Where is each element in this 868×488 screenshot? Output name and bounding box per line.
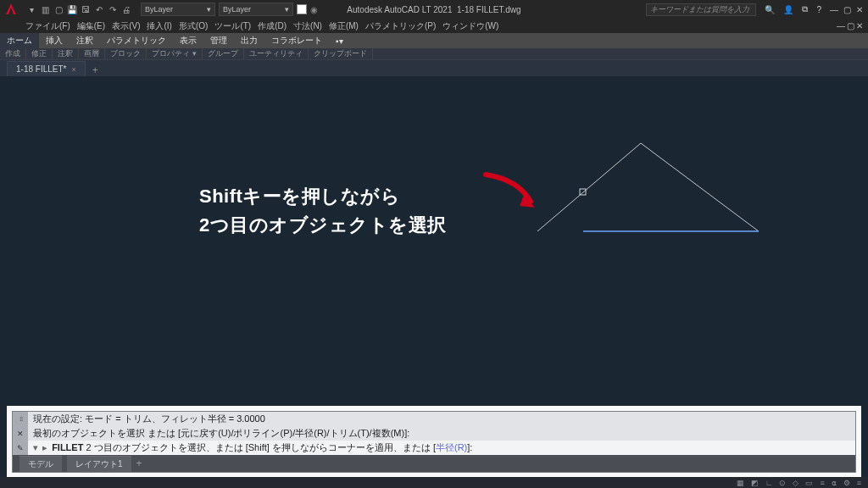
status-polar-icon[interactable]: ⊙ — [779, 479, 786, 487]
tab-home[interactable]: ホーム — [0, 33, 39, 48]
panel-groups[interactable]: グループ — [208, 48, 244, 59]
panel-modify[interactable]: 修正 — [31, 48, 53, 59]
panel-clipboard[interactable]: クリップボード — [314, 48, 373, 59]
panel-properties[interactable]: プロパティ ▾ — [152, 48, 203, 59]
doc-minimize-icon[interactable]: — — [837, 21, 845, 30]
menu-format[interactable]: 形式(O) — [179, 20, 208, 32]
menu-window[interactable]: ウィンドウ(W) — [442, 20, 498, 32]
menu-file[interactable]: ファイル(F) — [25, 20, 70, 32]
layer-control: ByLayer ▾ ByLayer ▾ ◉ — [141, 3, 318, 16]
filetab-name: 1-18 FILLET* — [16, 64, 66, 74]
color-wheel-icon[interactable]: ◉ — [310, 5, 318, 14]
share-icon[interactable]: ⧉ — [802, 4, 808, 14]
filetabs: 1-18 FILLET* × + — [0, 60, 868, 76]
minimize-icon[interactable]: — — [830, 5, 838, 14]
app-logo[interactable] — [0, 0, 22, 19]
tab-insert[interactable]: 挿入 — [39, 33, 70, 48]
tab-view[interactable]: 表示 — [173, 33, 203, 48]
tab-output[interactable]: 出力 — [234, 33, 264, 48]
command-history-line: 現在の設定: モード = トリム、フィレット半径 = 3.0000 — [28, 412, 855, 426]
command-prompt-end: ]: — [467, 442, 472, 452]
redo-icon[interactable]: ↷ — [107, 3, 119, 15]
panel-layers[interactable]: 画層 — [84, 48, 105, 59]
tab-parametric[interactable]: パラメトリック — [100, 33, 173, 48]
search-icon[interactable]: 🔍 — [765, 5, 775, 14]
tab-layout1[interactable]: レイアウト1 — [67, 456, 131, 472]
new-icon[interactable]: ▥ — [39, 3, 51, 15]
status-menu-icon[interactable]: ≡ — [857, 479, 861, 487]
status-bar: ▦ ◩ ∟ ⊙ ◇ ▭ ≡ ⍺ ⚙ ≡ — [0, 477, 868, 488]
doc-close-icon[interactable]: ✕ — [856, 21, 863, 30]
menu-modify[interactable]: 修正(M) — [329, 20, 359, 32]
prompt-caret-icon: ▸ — [42, 442, 49, 452]
menu-icon[interactable]: ▾ — [25, 3, 37, 15]
chevron-down-icon: ▾ — [207, 5, 211, 14]
filetab-add[interactable]: + — [86, 64, 105, 76]
close-icon[interactable]: ✕ — [856, 5, 863, 14]
command-name: FILLET — [52, 442, 83, 452]
doc-name: 1-18 FILLET.dwg — [457, 5, 521, 14]
prompt-chevron-icon: ▾ — [33, 442, 40, 452]
tab-add[interactable]: + — [136, 458, 142, 469]
chevron-down-icon: ▾ — [285, 5, 289, 14]
status-snap-icon[interactable]: ◩ — [751, 479, 759, 487]
layer-dropdown[interactable]: ByLayer ▾ — [141, 3, 215, 16]
command-prompt-text: 2 つ目のオブジェクトを選択、または [Shift] を押しながらコーナーを適用… — [86, 442, 436, 452]
filetab-active[interactable]: 1-18 FILLET* × — [7, 61, 86, 76]
status-grid-icon[interactable]: ▦ — [737, 479, 744, 487]
doc-maximize-icon[interactable]: ▢ — [847, 21, 854, 30]
undo-icon[interactable]: ↶ — [93, 3, 105, 15]
svg-line-0 — [537, 143, 641, 231]
menu-view[interactable]: 表示(V) — [112, 20, 140, 32]
status-lwt-icon[interactable]: ≡ — [820, 479, 824, 487]
tab-annotate[interactable]: 注釈 — [70, 33, 100, 48]
menu-edit[interactable]: 編集(E) — [77, 20, 105, 32]
filetab-close-icon[interactable]: × — [71, 65, 75, 74]
quick-access-toolbar: ▾ ▥ ▢ 💾 🖫 ↶ ↷ 🖨 — [22, 3, 136, 15]
menu-draw[interactable]: 作成(D) — [258, 20, 287, 32]
instruction-line1: Shiftキーを押しながら — [199, 182, 447, 211]
plot-icon[interactable]: 🖨 — [120, 3, 132, 15]
menu-dimension[interactable]: 寸法(N) — [293, 20, 322, 32]
titlebar-title: Autodesk AutoCAD LT 2021 1-18 FILLET.dwg — [347, 5, 520, 14]
drawing-geometry[interactable] — [509, 140, 780, 250]
open-icon[interactable]: ▢ — [53, 3, 64, 15]
maximize-icon[interactable]: ▢ — [843, 5, 851, 14]
panel-draw[interactable]: 作成 — [5, 48, 26, 59]
saveas-icon[interactable]: 🖫 — [80, 3, 92, 15]
command-history-line: 最初のオブジェクトを選択 または [元に戻す(U)/ポリライン(P)/半径(R)… — [28, 426, 855, 441]
save-icon[interactable]: 💾 — [66, 3, 78, 15]
status-dyn-icon[interactable]: ▭ — [805, 479, 813, 487]
layer-current: ByLayer — [145, 5, 173, 14]
tab-more[interactable]: ▪▾ — [329, 33, 350, 48]
command-option[interactable]: 半径(R) — [436, 442, 467, 452]
help-icon[interactable]: ? — [816, 5, 821, 14]
tab-model[interactable]: モデル — [19, 456, 62, 472]
tab-collaborate[interactable]: コラボレート — [264, 33, 329, 48]
status-ortho-icon[interactable]: ∟ — [765, 479, 773, 487]
instruction-overlay: Shiftキーを押しながら 2つ目のオブジェクトを選択 — [199, 182, 447, 240]
command-window: ⠿ 現在の設定: モード = トリム、フィレット半径 = 3.0000 ✕ 最初… — [7, 406, 861, 478]
svg-line-1 — [641, 143, 759, 231]
panel-block[interactable]: ブロック — [110, 48, 147, 59]
ribbon-panels: 作成 修正 注釈 画層 ブロック プロパティ ▾ グループ ユーティリティ クリ… — [0, 48, 868, 60]
menu-tools[interactable]: ツール(T) — [214, 20, 251, 32]
signin-icon[interactable]: 👤 — [783, 5, 793, 14]
panel-annotate[interactable]: 注釈 — [58, 48, 79, 59]
menu-parametric[interactable]: パラメトリック(P) — [365, 20, 436, 32]
status-gear-icon[interactable]: ⚙ — [843, 479, 850, 487]
layout-tabs: モデル レイアウト1 + — [13, 455, 855, 472]
panel-utilities[interactable]: ユーティリティ — [249, 48, 309, 59]
menu-insert[interactable]: 挿入(I) — [147, 20, 171, 32]
tab-manage[interactable]: 管理 — [203, 33, 234, 48]
linetype-dropdown[interactable]: ByLayer ▾ — [219, 3, 293, 16]
close-icon[interactable]: ✕ — [17, 430, 24, 438]
status-annoscale-icon[interactable]: ⍺ — [832, 479, 837, 487]
color-swatch[interactable] — [297, 4, 307, 14]
customize-icon[interactable]: ✎ — [17, 444, 24, 452]
instruction-line2: 2つ目のオブジェクトを選択 — [199, 211, 447, 240]
status-osnap-icon[interactable]: ◇ — [793, 479, 798, 487]
command-prompt[interactable]: ▾ ▸ FILLET 2 つ目のオブジェクトを選択、または [Shift] を押… — [28, 441, 855, 455]
search-input[interactable]: キーワードまたは質問を入力 — [646, 3, 756, 16]
search-placeholder: キーワードまたは質問を入力 — [650, 5, 749, 14]
